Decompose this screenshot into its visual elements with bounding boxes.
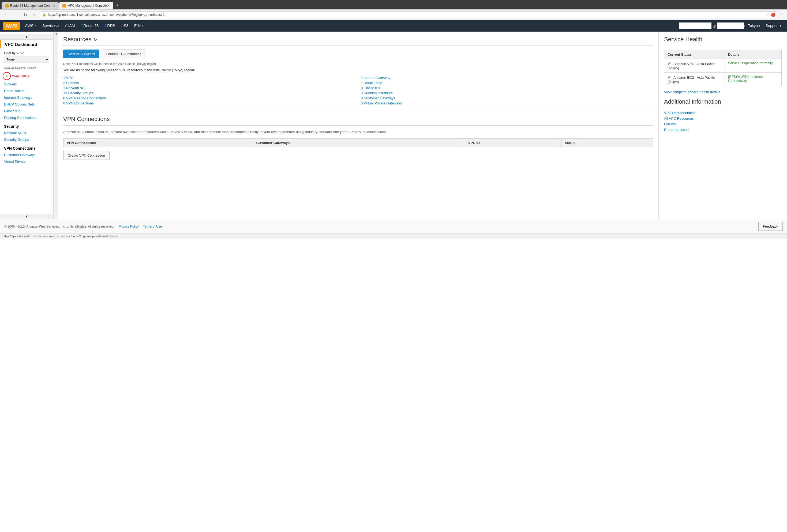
home-button[interactable]: ⌂ <box>31 12 37 18</box>
resource-link-customer-gateways[interactable]: 0 Customer Gateways <box>361 95 653 101</box>
status-green-icon-ec2: ✔ <box>667 75 671 80</box>
resource-link-elastic-ips[interactable]: 0 Elastic IPs <box>361 85 653 90</box>
sidebar-item-virtual-private[interactable]: Virtual Private <box>0 158 53 165</box>
region-label: Tokyo <box>748 24 758 28</box>
scroll-up-icon: ▲ <box>25 35 28 39</box>
sidebar-scroll-handle[interactable]: ◀ <box>54 31 58 219</box>
sidebar-item-security-groups[interactable]: Security Groups <box>0 136 53 143</box>
nav-s3[interactable]: ⬡ S3 <box>118 24 131 28</box>
rds-icon: ⬡ <box>104 24 107 28</box>
vpn-connections-section-label: VPN Connections <box>0 143 53 152</box>
resource-link-security-groups[interactable]: 13 Security Groups <box>63 90 356 95</box>
launch-ec2-button[interactable]: Launch EC2 Instances <box>102 49 146 58</box>
footer: © 2008 - 2015, Amazon Web Services, Inc.… <box>0 219 787 234</box>
sidebar-item-customer-gateways[interactable]: Customer Gateways <box>0 152 53 158</box>
sidebar-item-network-acls[interactable]: Network ACLs <box>0 130 53 136</box>
aws-dropdown[interactable]: AWS ▾ <box>22 24 39 28</box>
scroll-down-icon: ▼ <box>25 215 28 219</box>
scroll-left-icon: ◀ <box>55 32 57 35</box>
report-issue-link[interactable]: Report an Issue <box>664 128 782 132</box>
support-label: Support <box>766 24 779 28</box>
terms-of-use-link[interactable]: Terms of Use <box>143 225 162 228</box>
start-vpc-wizard-button[interactable]: Start VPC Wizard <box>63 49 99 58</box>
sidebar-item-route-tables[interactable]: Route Tables <box>0 88 53 94</box>
forums-link[interactable]: Forums <box>664 122 782 126</box>
sidebar-title: VPC Dashboard <box>0 40 53 48</box>
iam-label: IAM <box>68 24 75 28</box>
edit-arrow-icon: ▾ <box>142 24 143 27</box>
status-green-icon-vpc: ✔ <box>667 61 671 66</box>
vpn-connections-section: VPN Connections Amazon VPC enables you t… <box>58 111 658 164</box>
s3-icon: ⬡ <box>121 24 124 28</box>
route53-icon: ⬡ <box>80 24 84 28</box>
resource-link-subnets[interactable]: 2 Subnets <box>63 80 356 85</box>
vpn-divider <box>63 125 653 126</box>
health-table: Current Status Details ✔ Amazon VPC - As… <box>664 50 782 86</box>
sidebar-item-elastic-ips[interactable]: Elastic IPs <box>0 108 53 114</box>
services-dropdown[interactable]: Services ▾ <box>39 24 62 28</box>
tab-vpc[interactable]: VPC Management Console ✕ <box>59 2 113 9</box>
resource-btn-row: Start VPC Wizard Launch EC2 Instances <box>63 49 653 58</box>
sidebar-item-dhcp-options[interactable]: DHCP Options Sets <box>0 101 53 108</box>
resources-title: Resources ↻ <box>63 36 653 43</box>
vpn-table-header-customer-gateways: Customer Gateways <box>253 138 465 147</box>
sidebar-scroll-up[interactable]: ▲ <box>0 34 53 40</box>
nav-account-input[interactable] <box>717 22 744 29</box>
vpn-description: Amazon VPC enables you to use your own i… <box>63 129 653 135</box>
resources-note: Note: Your Instances will launch in the … <box>63 62 653 66</box>
tab-route53-close[interactable]: ✕ <box>52 3 56 8</box>
health-vpc-details: Service is operating normally <box>725 59 781 72</box>
additional-info-title: Additional Information <box>664 98 782 105</box>
sidebar-item-subnets[interactable]: Subnets <box>0 81 53 88</box>
new-tab-button[interactable]: + <box>114 2 121 9</box>
resource-link-route-table[interactable]: 1 Route Table <box>361 80 653 85</box>
your-vpcs-label: Your VPCs <box>12 74 29 78</box>
sidebar-item-internet-gateways[interactable]: Internet Gateways <box>0 94 53 101</box>
back-button[interactable]: ← <box>3 12 10 18</box>
reload-button[interactable]: ↻ <box>22 12 29 18</box>
iam-icon: ⬡ <box>65 24 68 28</box>
resource-link-network-acl[interactable]: 1 Network ACL <box>63 85 356 90</box>
resource-link-internet-gateway[interactable]: 1 Internet Gateway <box>361 75 653 80</box>
sidebar-scroll-down[interactable]: ▼ <box>0 214 53 219</box>
resource-link-peering-connections[interactable]: 0 VPC Peering Connections <box>63 95 356 101</box>
nav-route53[interactable]: ⬡ Route 53 <box>78 24 102 28</box>
region-arrow-icon: ▾ <box>759 24 760 27</box>
status-resolved-text: [RESOLVED] Instance Connectivity <box>728 75 763 83</box>
menu-icon[interactable]: ☰ <box>781 13 784 17</box>
aws-top-nav: AWS AWS ▾ Services ▾ ⬡ IAM ⬡ Route 53 ⬡ … <box>0 20 787 31</box>
aws-arrow-icon: ▾ <box>35 24 36 27</box>
resources-grid: 1 VPC 2 Subnets 1 Network ACL 13 Securit… <box>63 75 653 106</box>
privacy-policy-link[interactable]: Privacy Policy <box>119 225 139 228</box>
sidebar-item-your-vpcs[interactable]: ✓ Your VPCs <box>0 71 53 81</box>
filter-vpc-select[interactable]: None <box>4 56 49 63</box>
vpn-table: VPN Connections Customer Gateways VPC ID… <box>63 138 653 147</box>
nav-at-symbol: @ <box>712 24 716 28</box>
vpc-documentation-link[interactable]: VPC Documentation <box>664 111 782 115</box>
services-label: Services <box>42 24 57 28</box>
forward-button[interactable]: → <box>12 12 20 18</box>
address-bar-box[interactable]: 🔒 https://ap-northeast-1.console.aws.ama… <box>39 11 779 18</box>
nav-iam[interactable]: ⬡ IAM <box>62 24 78 28</box>
status-bar-text: https://ap-northeast-1.console.aws.amazo… <box>3 235 118 238</box>
create-vpn-connection-button[interactable]: Create VPN Connection <box>63 151 110 160</box>
service-health-title: Service Health <box>664 36 782 43</box>
nav-search-input[interactable] <box>679 22 711 29</box>
health-vpc-status: ✔ Amazon VPC - Asia Pacific (Tokyo) <box>664 59 725 72</box>
nav-rds[interactable]: ⬡ RDS <box>101 24 118 28</box>
edit-dropdown[interactable]: Edit ▾ <box>131 24 146 28</box>
resource-link-vpn-connections[interactable]: 0 VPN Connections <box>63 101 356 106</box>
tab-vpc-close[interactable]: ✕ <box>107 3 110 8</box>
feedback-button[interactable]: Feedback <box>758 222 783 231</box>
sidebar-item-peering-connections[interactable]: Peering Connections <box>0 114 53 121</box>
tab-route53[interactable]: Route 53 Management Con... ✕ <box>2 2 59 9</box>
resource-link-virtual-private-gateways[interactable]: 0 Virtual Private Gateways <box>361 101 653 106</box>
refresh-icon[interactable]: ↻ <box>93 37 97 42</box>
region-dropdown[interactable]: Tokyo ▾ <box>745 24 763 28</box>
view-health-link[interactable]: View complete service health details <box>664 90 720 94</box>
s3-label: S3 <box>124 24 128 28</box>
support-dropdown[interactable]: Support ▾ <box>763 24 784 28</box>
resource-link-vpcs[interactable]: 1 VPC <box>63 75 356 80</box>
all-vpc-resources-link[interactable]: All VPC Resources <box>664 116 782 120</box>
resource-link-running-instances[interactable]: 3 Running Instances <box>361 90 653 95</box>
